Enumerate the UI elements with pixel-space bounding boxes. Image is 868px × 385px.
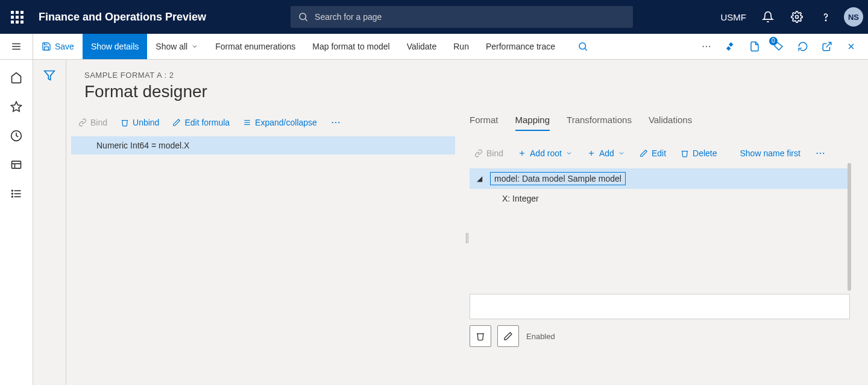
tab-format[interactable]: Format [470,112,498,131]
page-title: Format designer [66,80,868,112]
plus-icon [518,149,526,158]
show-name-first-button[interactable]: Show name first [735,146,805,161]
show-all-button[interactable]: Show all [147,34,207,59]
svg-point-39 [816,153,817,154]
attachments-button[interactable] [743,34,767,59]
modules-nav-button[interactable] [3,180,30,207]
edit-button[interactable]: Edit [635,146,671,161]
save-button[interactable]: Save [33,34,83,59]
action-search-button[interactable] [571,34,595,59]
app-title: Finance and Operations Preview [39,11,206,24]
delete-formula-button[interactable] [470,325,491,347]
more-icon [701,41,712,52]
chevron-down-icon [565,150,573,157]
action-bar: Save Show details Show all Format enumer… [0,34,868,60]
svg-point-27 [12,196,13,197]
list-icon [243,118,251,127]
right-overflow-button[interactable] [810,145,831,161]
svg-point-34 [338,122,339,123]
waffle-icon [11,11,24,24]
edit-formula-button[interactable]: Edit formula [168,115,234,130]
workspaces-nav-button[interactable] [3,151,30,178]
svg-rect-12 [729,42,734,47]
left-overflow-button[interactable] [326,115,346,130]
messages-badge: 0 [769,37,778,45]
run-button[interactable]: Run [445,34,477,59]
help-button[interactable] [813,4,839,30]
workspace-icon [10,159,22,171]
gear-icon [791,11,803,23]
save-label: Save [55,42,74,51]
expand-collapse-button[interactable]: Expand/collapse [238,115,322,130]
pencil-icon [640,149,648,158]
options-button[interactable] [719,34,743,59]
help-icon [820,11,832,23]
search-icon [577,41,588,52]
app-launcher-button[interactable] [0,0,34,34]
formula-input[interactable] [470,294,850,319]
company-picker[interactable]: USMF [715,12,753,22]
scrollbar[interactable] [848,163,851,291]
mapping-child-row[interactable]: X: Integer [470,189,850,203]
svg-point-32 [332,122,333,123]
settings-button[interactable] [784,4,810,30]
performance-trace-button[interactable]: Performance trace [477,34,564,59]
add-button[interactable]: Add [582,146,630,161]
close-icon [846,42,856,51]
more-icon [815,148,826,159]
trash-icon [476,331,485,341]
tab-validations[interactable]: Validations [649,112,692,131]
more-icon [330,117,341,128]
notifications-button[interactable] [755,4,781,30]
mapping-root-row[interactable]: ◢ model: Data model Sample model [470,168,850,189]
avatar[interactable]: NS [844,7,863,27]
svg-point-11 [709,46,710,47]
mapping-bind-button[interactable]: Bind [470,146,508,161]
clock-icon [10,130,22,142]
map-format-button[interactable]: Map format to model [304,34,398,59]
right-tabs: Format Mapping Transformations Validatio… [467,112,850,135]
trash-icon [121,118,129,127]
favorites-nav-button[interactable] [3,94,30,120]
svg-point-41 [823,153,824,154]
collapse-icon[interactable]: ◢ [477,174,485,183]
pencil-icon [503,331,513,341]
svg-point-25 [12,190,13,191]
chevron-down-icon [618,150,625,157]
list-icon [10,188,22,200]
refresh-button[interactable] [791,34,815,59]
nav-toggle-button[interactable] [0,34,33,59]
tab-mapping[interactable]: Mapping [515,112,550,131]
delete-button[interactable]: Delete [676,146,722,161]
home-nav-button[interactable] [3,65,30,91]
close-button[interactable] [839,34,863,59]
bind-button[interactable]: Bind [74,115,112,130]
edit-formula-button-lower[interactable] [497,325,519,347]
validate-button[interactable]: Validate [398,34,445,59]
svg-rect-19 [12,161,21,168]
svg-point-7 [579,43,586,49]
format-tree-row-label: Numeric Int64 = model.X [96,141,189,150]
enabled-label: Enabled [526,332,555,341]
pencil-icon [172,118,181,127]
popout-button[interactable] [815,34,839,59]
svg-point-10 [706,46,707,47]
svg-point-33 [335,122,336,123]
show-details-button[interactable]: Show details [83,34,147,59]
link-icon [474,149,483,158]
format-enumerations-button[interactable]: Format enumerations [207,34,304,59]
format-tree-row[interactable]: Numeric Int64 = model.X [71,136,455,154]
unbind-button[interactable]: Unbind [116,115,164,130]
global-search-input[interactable]: Search for a page [291,6,633,28]
bell-icon [762,11,774,23]
filter-icon[interactable] [43,69,55,81]
svg-line-8 [585,48,587,50]
messages-button[interactable]: 0 [767,34,791,59]
recent-nav-button[interactable] [3,122,30,149]
filter-pane [33,60,66,385]
mapping-panel: Format Mapping Transformations Validatio… [467,112,868,385]
tab-transformations[interactable]: Transformations [567,112,632,131]
svg-marker-17 [11,102,22,112]
overflow-button[interactable] [694,34,719,59]
add-root-button[interactable]: Add root [513,146,577,161]
